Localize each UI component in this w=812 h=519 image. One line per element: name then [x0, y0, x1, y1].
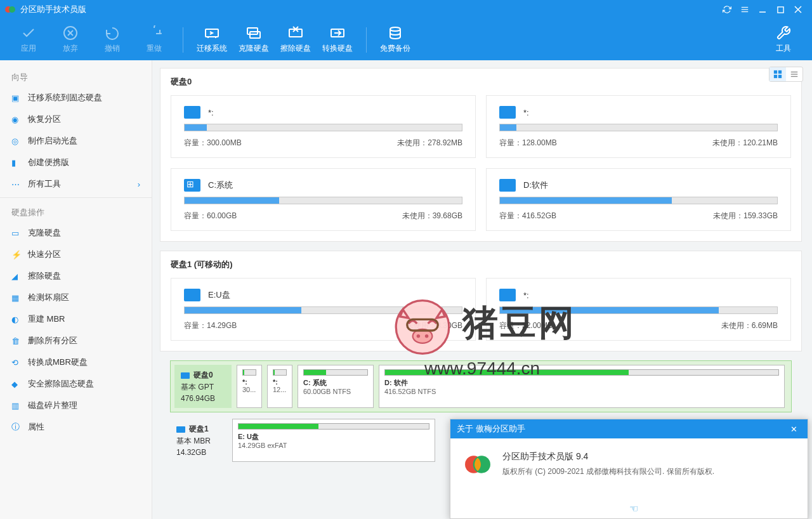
usage-bar	[238, 423, 429, 430]
sidebar-item-surface-test[interactable]: ▦检测坏扇区	[0, 287, 152, 308]
drive-icon	[176, 426, 185, 433]
sidebar-item-rebuild-mbr[interactable]: ◐重建 MBR	[0, 308, 152, 330]
sidebar-item-all-tools[interactable]: ⋯所有工具›	[0, 173, 152, 198]
refresh-icon[interactable]	[718, 1, 736, 18]
drive-icon	[181, 372, 190, 379]
capacity-label: 容量：300.00MB	[184, 138, 242, 148]
usage-bar	[273, 369, 287, 376]
partition-block-name: *:	[242, 378, 256, 386]
maximize-button[interactable]	[771, 1, 789, 18]
sidebar-item-convert-mbr[interactable]: ⟲转换成MBR硬盘	[0, 351, 152, 373]
discard-button[interactable]: 放弃	[52, 22, 89, 58]
partition-block[interactable]: *:12...	[267, 365, 292, 408]
unused-label: 未使用：8.30GB	[406, 320, 462, 331]
svg-rect-20	[774, 70, 777, 74]
svg-rect-22	[774, 75, 777, 78]
partition-block[interactable]: D: 软件416.52GB NTFS	[379, 365, 785, 408]
info-icon: ⓘ	[11, 422, 22, 432]
partition-card[interactable]: D:软件 容量：416.52GB未使用：159.33GB	[486, 168, 791, 231]
svg-point-19	[390, 27, 400, 31]
partition-block-info: 416.52GB NTFS	[384, 388, 779, 395]
disk-header: 硬盘0	[160, 76, 801, 95]
menu-icon[interactable]	[736, 1, 754, 18]
app-logo-icon	[5, 4, 15, 15]
svg-rect-6	[777, 6, 783, 12]
usb-icon: ▮	[11, 157, 22, 168]
card-view-button[interactable]	[769, 67, 786, 81]
dialog-title: 关于 傲梅分区助手	[457, 423, 525, 435]
undo-button[interactable]: 撤销	[94, 22, 131, 58]
partition-name: *:	[523, 108, 529, 117]
toolbar-separator	[366, 27, 367, 53]
defrag-icon: ▥	[11, 400, 22, 411]
partition-block-info: 12...	[273, 386, 287, 393]
sidebar-item-portable[interactable]: ▮创建便携版	[0, 152, 152, 173]
disk-row-label: 硬盘0基本 GPT476.94GB	[174, 365, 232, 408]
redo-button[interactable]: 重做	[136, 22, 173, 58]
titlebar: 分区助手技术员版	[0, 0, 812, 19]
svg-rect-21	[778, 70, 782, 74]
wizard-section-title: 向导	[0, 68, 152, 87]
partition-card[interactable]: *: 容量：300.00MB未使用：278.92MB	[171, 95, 476, 158]
sidebar-item-bootable-media[interactable]: ◎制作启动光盘	[0, 130, 152, 152]
lightning-icon: ⚡	[11, 249, 22, 260]
convert-icon: ⟲	[11, 357, 22, 367]
partition-name: E:U盘	[208, 289, 230, 301]
tools-button[interactable]: 工具	[765, 22, 802, 58]
sidebar-item-clone-disk[interactable]: ▭克隆硬盘	[0, 222, 152, 244]
mbr-icon: ◐	[11, 314, 22, 324]
sidebar-item-ssd-erase[interactable]: ◆安全擦除固态硬盘	[0, 373, 152, 395]
partition-block-info: 14.29GB exFAT	[238, 442, 429, 449]
dialog-close-button[interactable]: ✕	[786, 424, 801, 434]
partition-block[interactable]: C: 系统60.00GB NTFS	[298, 365, 374, 408]
unused-label: 未使用：120.21MB	[712, 138, 778, 148]
unused-label: 未使用：39.68GB	[402, 211, 462, 221]
drive-icon	[184, 106, 200, 119]
sidebar-item-recover-partition[interactable]: ◉恢复分区	[0, 108, 152, 130]
disk-header: 硬盘1 (可移动的)	[160, 259, 801, 278]
sidebar-item-properties[interactable]: ⓘ属性	[0, 416, 152, 438]
clone-disk-button[interactable]: 克隆硬盘	[235, 22, 272, 58]
convert-disk-button[interactable]: 转换硬盘	[319, 22, 356, 58]
disk-row[interactable]: 硬盘0基本 GPT476.94GB*:30...*:12...C: 系统60.0…	[170, 360, 792, 412]
sidebar-item-delete-all[interactable]: 🗑删除所有分区	[0, 330, 152, 351]
apply-button[interactable]: 应用	[10, 22, 47, 58]
minimize-button[interactable]	[754, 1, 771, 18]
drive-icon	[184, 179, 200, 192]
partition-card[interactable]: C:系统 容量：60.00GB未使用：39.68GB	[171, 168, 476, 231]
partition-name: *:	[523, 291, 529, 300]
sidebar-item-quick-partition[interactable]: ⚡快速分区	[0, 244, 152, 265]
partition-block[interactable]: *:30...	[237, 365, 262, 408]
drive-icon	[499, 106, 516, 119]
capacity-label: 容量：128.00MB	[499, 138, 557, 148]
list-view-button[interactable]	[786, 67, 802, 81]
partition-block-name: C: 系统	[303, 378, 368, 388]
partition-block-name: E: U盘	[238, 432, 429, 442]
unused-label: 未使用：278.92MB	[397, 138, 462, 148]
usage-bar	[499, 124, 778, 131]
view-toggle	[769, 67, 803, 82]
svg-point-1	[9, 6, 15, 13]
content-area: 硬盘0 *: 容量：300.00MB未使用：278.92MB *: 容量：128…	[152, 60, 812, 519]
migrate-system-button[interactable]: 迁移系统	[193, 22, 230, 58]
partition-block[interactable]: E: U盘14.29GB exFAT	[232, 419, 435, 462]
drive-icon	[184, 289, 200, 301]
partition-card[interactable]: E:U盘 容量：14.29GB未使用：8.30GB	[171, 278, 476, 341]
close-button[interactable]	[789, 1, 807, 18]
sidebar-item-migrate-os[interactable]: ▣迁移系统到固态硬盘	[0, 87, 152, 108]
usage-bar	[184, 306, 462, 314]
partition-card[interactable]: *: 容量：128.00MB未使用：120.21MB	[486, 95, 791, 158]
partition-card[interactable]: *: 容量：32.00MB未使用：6.69MB	[486, 278, 791, 341]
migrate-icon: ▣	[11, 93, 22, 103]
usage-bar	[384, 369, 779, 376]
wipe-disk-button[interactable]: 擦除硬盘	[277, 22, 314, 58]
free-backup-button[interactable]: 免费备份	[377, 22, 414, 58]
disk-row-label: 硬盘1基本 MBR14.32GB	[170, 419, 227, 462]
usage-bar	[499, 197, 778, 204]
about-dialog: 关于 傲梅分区助手 ✕ 分区助手技术员版 9.4 版权所有 (C) 2009-2…	[450, 419, 808, 519]
sidebar-item-wipe-disk[interactable]: ◢擦除硬盘	[0, 265, 152, 287]
disc-icon: ◎	[11, 136, 22, 146]
about-product-name: 分区助手技术员版 9.4	[502, 451, 714, 463]
partition-block-name: *:	[273, 378, 287, 386]
sidebar-item-defrag[interactable]: ▥磁盘碎片整理	[0, 395, 152, 416]
